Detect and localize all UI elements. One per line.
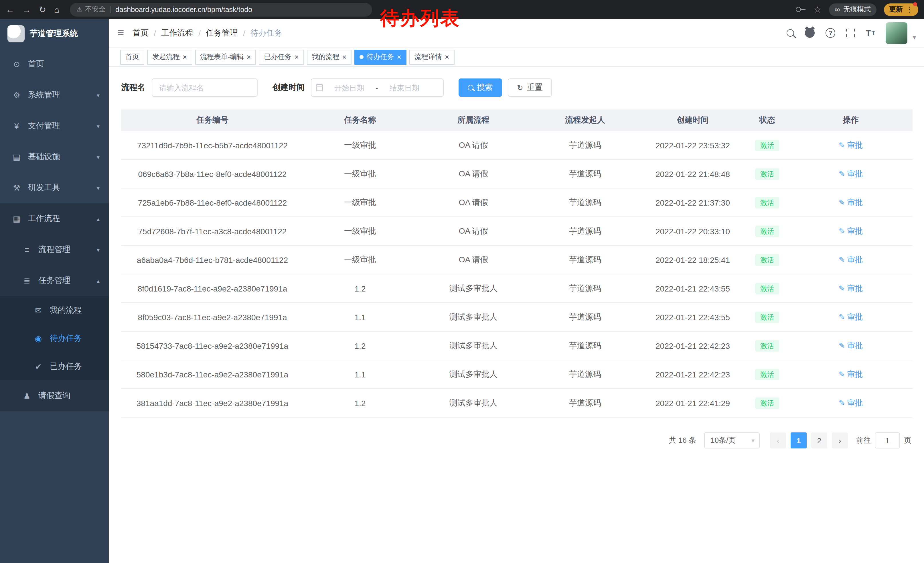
sidebar-item-home[interactable]: ⊙ 首页 xyxy=(0,49,109,80)
update-label: 更新 xyxy=(889,5,903,14)
approve-link[interactable]: ✎审批 xyxy=(839,283,863,294)
status-cell: 激活 xyxy=(746,159,789,188)
incognito-label: 无痕模式 xyxy=(843,5,871,14)
browser-menu-icon[interactable]: ⋮ xyxy=(906,5,913,14)
goto-page-input[interactable] xyxy=(875,432,900,449)
tab-close-icon[interactable]: × xyxy=(397,53,401,61)
column-header-status: 状态 xyxy=(746,110,789,131)
reset-button[interactable]: ↻ 重置 xyxy=(508,78,552,97)
user-avatar[interactable] xyxy=(886,22,908,44)
app-logo-row[interactable]: 芋道管理系统 xyxy=(0,19,109,49)
table-row: 580e1b3d-7ac8-11ec-a9e2-a2380e71991a 1.1… xyxy=(122,360,912,389)
sidebar-item-task-management[interactable]: ≣ 任务管理 ▴ xyxy=(0,265,109,296)
help-icon[interactable]: ? xyxy=(825,28,835,38)
sidebar-item-done-tasks[interactable]: ✔ 已办任务 xyxy=(0,352,109,380)
approve-link[interactable]: ✎审批 xyxy=(839,226,863,236)
tab-close-icon[interactable]: × xyxy=(294,53,298,61)
chat-icon: ✉ xyxy=(33,306,44,315)
page-size-select[interactable]: 10条/页 ▾ xyxy=(704,432,760,449)
end-date-input[interactable] xyxy=(380,83,429,92)
approve-link[interactable]: ✎审批 xyxy=(839,369,863,380)
approve-label: 审批 xyxy=(847,255,863,265)
sidebar-menu: ⊙ 首页 ⚙ 系统管理 ▾ ¥ 支付管理 ▾ ▤ 基础设施 ▾ ⚒ 研发工具 ▾ xyxy=(0,49,109,411)
sidebar-toggle-icon[interactable]: ≡ xyxy=(109,26,132,39)
avatar-caret-icon[interactable]: ▾ xyxy=(913,34,916,41)
task-id-cell: a6aba0a4-7b6d-11ec-b781-acde48001122 xyxy=(122,245,303,274)
approve-link[interactable]: ✎审批 xyxy=(839,312,863,322)
process-name-input[interactable] xyxy=(152,78,258,97)
chevron-down-icon: ▾ xyxy=(97,185,100,191)
sidebar-item-devtools[interactable]: ⚒ 研发工具 ▾ xyxy=(0,173,109,203)
action-cell: ✎审批 xyxy=(789,245,912,274)
page-1-button[interactable]: 1 xyxy=(790,432,807,449)
start-date-input[interactable] xyxy=(325,83,373,92)
task-name-cell: 1.1 xyxy=(303,303,417,331)
breadcrumb-home[interactable]: 首页 xyxy=(132,28,148,38)
approve-link[interactable]: ✎审批 xyxy=(839,255,863,265)
back-icon[interactable]: ← xyxy=(6,5,14,14)
tab-close-icon[interactable]: × xyxy=(445,53,449,61)
page-2-button[interactable]: 2 xyxy=(811,432,827,449)
approve-link[interactable]: ✎审批 xyxy=(839,197,863,208)
tab-done-tasks[interactable]: 已办任务 × xyxy=(259,50,304,65)
action-cell: ✎审批 xyxy=(789,274,912,303)
tab-close-icon[interactable]: × xyxy=(246,53,251,61)
bookmark-star-icon[interactable]: ☆ xyxy=(814,5,822,14)
starter-cell: 芋道源码 xyxy=(530,159,640,188)
reload-icon[interactable]: ↻ xyxy=(39,5,46,14)
goto-suffix: 页 xyxy=(904,435,911,446)
browser-chrome: ← → ↻ ⌂ ⚠ 不安全 dashboard.yudao.iocoder.cn… xyxy=(0,0,924,19)
key-icon[interactable] xyxy=(796,6,806,13)
tab-close-icon[interactable]: × xyxy=(183,53,187,61)
prev-page-button[interactable]: ‹ xyxy=(770,432,786,449)
sidebar-item-infrastructure[interactable]: ▤ 基础设施 ▾ xyxy=(0,141,109,173)
sidebar-item-leave-query[interactable]: ♟ 请假查询 xyxy=(0,380,109,411)
fullscreen-icon[interactable] xyxy=(846,29,855,37)
sidebar-item-workflow[interactable]: ▦ 工作流程 ▴ xyxy=(0,203,109,234)
approve-link[interactable]: ✎审批 xyxy=(839,341,863,351)
sidebar-item-my-processes[interactable]: ✉ 我的流程 xyxy=(0,296,109,324)
update-button[interactable]: 更新 ⋮ xyxy=(884,3,918,16)
pen-icon: ✎ xyxy=(839,170,845,178)
approve-label: 审批 xyxy=(847,140,863,150)
font-size-icon[interactable]: TT xyxy=(866,28,875,38)
home-icon[interactable]: ⌂ xyxy=(54,5,59,14)
github-icon[interactable] xyxy=(805,28,814,38)
pen-icon: ✎ xyxy=(839,141,845,150)
search-icon[interactable] xyxy=(787,29,794,37)
breadcrumb: 首页 / 工作流程 / 任务管理 / 待办任务 xyxy=(132,28,282,38)
tab-close-icon[interactable]: × xyxy=(342,53,346,61)
sidebar-item-payment[interactable]: ¥ 支付管理 ▾ xyxy=(0,111,109,141)
list-icon: ≡ xyxy=(22,245,32,254)
browser-actions: ☆ ∞ 无痕模式 更新 ⋮ xyxy=(796,3,918,16)
sidebar-item-todo-tasks[interactable]: ◉ 待办任务 xyxy=(0,324,109,352)
tab-my-processes[interactable]: 我的流程 × xyxy=(307,50,352,65)
sidebar-item-label: 任务管理 xyxy=(38,275,70,286)
breadcrumb-workflow[interactable]: 工作流程 xyxy=(161,28,193,38)
tab-todo-tasks[interactable]: 待办任务 × xyxy=(355,50,406,65)
search-button[interactable]: 搜索 xyxy=(459,78,502,97)
column-header-process: 所属流程 xyxy=(417,110,530,131)
sidebar-item-system[interactable]: ⚙ 系统管理 ▾ xyxy=(0,80,109,111)
task-name-cell: 一级审批 xyxy=(303,159,417,188)
tab-start-process[interactable]: 发起流程 × xyxy=(147,50,192,65)
task-id-cell: 8f0d1619-7ac8-11ec-a9e2-a2380e71991a xyxy=(122,274,303,303)
approve-link[interactable]: ✎审批 xyxy=(839,398,863,408)
approve-link[interactable]: ✎审批 xyxy=(839,169,863,179)
breadcrumb-task-management[interactable]: 任务管理 xyxy=(206,28,238,38)
table-row: a6aba0a4-7b6d-11ec-b781-acde48001122 一级审… xyxy=(122,245,912,274)
refresh-icon: ↻ xyxy=(517,83,523,92)
date-range-picker[interactable]: - xyxy=(311,78,444,97)
tab-home[interactable]: 首页 xyxy=(120,50,144,65)
tab-process-detail[interactable]: 流程详情 × xyxy=(410,50,454,65)
forward-icon[interactable]: → xyxy=(22,5,31,14)
tab-process-form-edit[interactable]: 流程表单-编辑 × xyxy=(195,50,256,65)
starter-cell: 芋道源码 xyxy=(530,217,640,245)
next-page-button[interactable]: › xyxy=(832,432,848,449)
sidebar-item-process-management[interactable]: ≡ 流程管理 ▾ xyxy=(0,234,109,265)
dashboard-icon: ⊙ xyxy=(12,60,22,69)
eye-icon: ◉ xyxy=(33,333,44,343)
url-bar[interactable]: ⚠ 不安全 dashboard.yudao.iocoder.cn/bpm/tas… xyxy=(69,3,372,17)
approve-link[interactable]: ✎审批 xyxy=(839,140,863,150)
created-cell: 2022-01-22 23:53:32 xyxy=(640,131,746,159)
